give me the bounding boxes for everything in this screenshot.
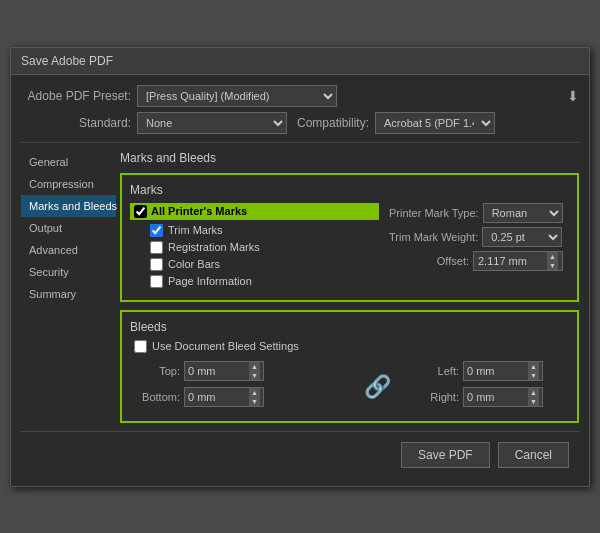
sidebar-item-advanced[interactable]: Advanced [21, 239, 116, 261]
top-label: Top: [130, 365, 180, 377]
offset-value: 2.117 mm [478, 255, 545, 267]
all-printers-marks-label: All Printer's Marks [151, 205, 247, 217]
left-spinner[interactable]: ▲ ▼ [528, 362, 539, 380]
use-document-bleed-checkbox[interactable] [134, 340, 147, 353]
top-bleed-row: Top: 0 mm ▲ ▼ [130, 361, 345, 381]
bottom-bleed-row: Bottom: 0 mm ▲ ▼ [130, 387, 345, 407]
right-bleed-row: Right: 0 mm ▲ ▼ [409, 387, 569, 407]
top-input[interactable]: 0 mm ▲ ▼ [184, 361, 264, 381]
bleeds-left: Top: 0 mm ▲ ▼ Bottom: [130, 361, 345, 413]
dialog-title: Save Adobe PDF [11, 48, 589, 75]
all-printers-marks-row: All Printer's Marks [130, 203, 379, 220]
right-input[interactable]: 0 mm ▲ ▼ [463, 387, 543, 407]
offset-up[interactable]: ▲ [547, 252, 558, 261]
bottom-input[interactable]: 0 mm ▲ ▼ [184, 387, 264, 407]
download-icon[interactable]: ⬇ [567, 88, 579, 104]
content-area: Marks and Bleeds Marks All Printer's Mar… [116, 151, 579, 423]
color-bars-row: Color Bars [130, 258, 379, 271]
left-value: 0 mm [467, 365, 526, 377]
all-printers-marks-checkbox[interactable] [134, 205, 147, 218]
color-bars-label: Color Bars [168, 258, 220, 270]
left-label: Left: [409, 365, 459, 377]
printer-mark-type-label: Printer Mark Type: [389, 207, 479, 219]
color-bars-checkbox[interactable] [150, 258, 163, 271]
page-information-checkbox[interactable] [150, 275, 163, 288]
marks-right: Printer Mark Type: Roman Trim Mark Weigh… [389, 203, 569, 292]
offset-spinner[interactable]: ▲ ▼ [547, 252, 558, 270]
dialog-footer: Save PDF Cancel [21, 431, 579, 476]
right-up[interactable]: ▲ [528, 388, 539, 397]
printer-mark-type-row: Printer Mark Type: Roman [389, 203, 569, 223]
left-bleed-row: Left: 0 mm ▲ ▼ [409, 361, 569, 381]
compatibility-select[interactable]: Acrobat 5 (PDF 1.4) [375, 112, 495, 134]
sidebar-item-general[interactable]: General [21, 151, 116, 173]
left-down[interactable]: ▼ [528, 371, 539, 380]
left-up[interactable]: ▲ [528, 362, 539, 371]
preset-row: Adobe PDF Preset: [Press Quality] (Modif… [21, 85, 579, 107]
bottom-label: Bottom: [130, 391, 180, 403]
bottom-down[interactable]: ▼ [249, 397, 260, 406]
offset-input[interactable]: 2.117 mm ▲ ▼ [473, 251, 563, 271]
standard-select[interactable]: None [137, 112, 287, 134]
use-document-bleed-row: Use Document Bleed Settings [130, 340, 569, 353]
sidebar-item-summary[interactable]: Summary [21, 283, 116, 305]
top-spinner[interactable]: ▲ ▼ [249, 362, 260, 380]
std-compat-row: Standard: None Compatibility: Acrobat 5 … [21, 112, 579, 143]
registration-marks-label: Registration Marks [168, 241, 260, 253]
trim-mark-weight-select[interactable]: 0.25 pt [482, 227, 562, 247]
marks-layout: All Printer's Marks Trim Marks Registrat… [130, 203, 569, 292]
right-value: 0 mm [467, 391, 526, 403]
sidebar-item-output[interactable]: Output [21, 217, 116, 239]
trim-mark-weight-label: Trim Mark Weight: [389, 231, 478, 243]
marks-box-title: Marks [130, 183, 569, 197]
bleeds-box-title: Bleeds [130, 320, 569, 334]
trim-marks-row: Trim Marks [130, 224, 379, 237]
preset-label: Adobe PDF Preset: [21, 89, 131, 103]
cancel-button[interactable]: Cancel [498, 442, 569, 468]
bleeds-layout: Top: 0 mm ▲ ▼ Bottom: [130, 361, 569, 413]
trim-marks-checkbox[interactable] [150, 224, 163, 237]
registration-marks-row: Registration Marks [130, 241, 379, 254]
trim-marks-label: Trim Marks [168, 224, 223, 236]
bleeds-box: Bleeds Use Document Bleed Settings Top: … [120, 310, 579, 423]
bottom-spinner[interactable]: ▲ ▼ [249, 388, 260, 406]
top-down[interactable]: ▼ [249, 371, 260, 380]
offset-label: Offset: [389, 255, 469, 267]
marks-left: All Printer's Marks Trim Marks Registrat… [130, 203, 379, 292]
trim-mark-weight-row: Trim Mark Weight: 0.25 pt [389, 227, 569, 247]
section-title: Marks and Bleeds [120, 151, 579, 165]
main-content: General Compression Marks and Bleeds Out… [21, 151, 579, 423]
bottom-value: 0 mm [188, 391, 247, 403]
sidebar-item-marks-bleeds[interactable]: Marks and Bleeds [21, 195, 116, 217]
save-pdf-button[interactable]: Save PDF [401, 442, 490, 468]
dialog-window: Save Adobe PDF Adobe PDF Preset: [Press … [10, 47, 590, 487]
page-information-row: Page Information [130, 275, 379, 288]
right-label: Right: [409, 391, 459, 403]
sidebar: General Compression Marks and Bleeds Out… [21, 151, 116, 423]
right-down[interactable]: ▼ [528, 397, 539, 406]
offset-down[interactable]: ▼ [547, 261, 558, 270]
right-spinner[interactable]: ▲ ▼ [528, 388, 539, 406]
bottom-up[interactable]: ▲ [249, 388, 260, 397]
use-document-bleed-label: Use Document Bleed Settings [152, 340, 299, 352]
top-value: 0 mm [188, 365, 247, 377]
link-chain-icon[interactable]: 🔗 [367, 369, 387, 405]
marks-box: Marks All Printer's Marks Trim Marks [120, 173, 579, 302]
bleeds-right: Left: 0 mm ▲ ▼ Right: [409, 361, 569, 413]
sidebar-item-compression[interactable]: Compression [21, 173, 116, 195]
preset-select[interactable]: [Press Quality] (Modified) [137, 85, 337, 107]
left-input[interactable]: 0 mm ▲ ▼ [463, 361, 543, 381]
standard-label: Standard: [21, 116, 131, 130]
registration-marks-checkbox[interactable] [150, 241, 163, 254]
sidebar-item-security[interactable]: Security [21, 261, 116, 283]
top-up[interactable]: ▲ [249, 362, 260, 371]
printer-mark-type-select[interactable]: Roman [483, 203, 563, 223]
link-icon-area[interactable]: 🔗 [355, 361, 399, 413]
offset-row: Offset: 2.117 mm ▲ ▼ [389, 251, 569, 271]
page-information-label: Page Information [168, 275, 252, 287]
compatibility-label: Compatibility: [297, 116, 369, 130]
